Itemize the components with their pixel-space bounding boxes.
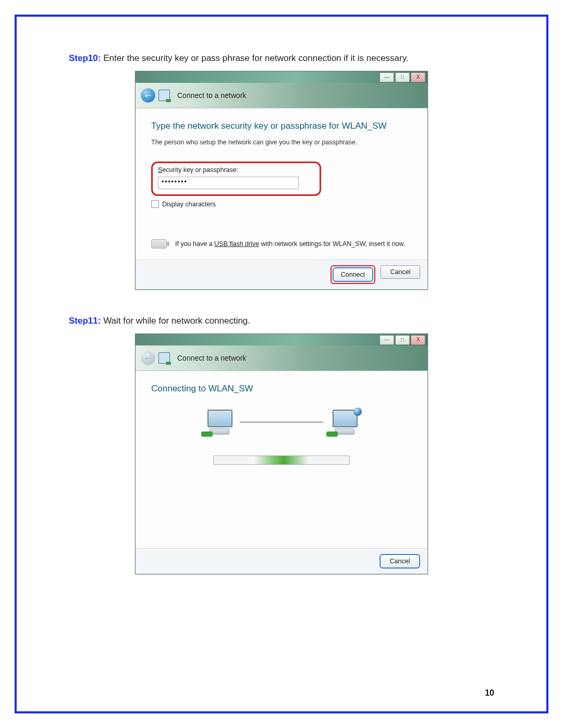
usb-flash-drive-link[interactable]: USB flash drive xyxy=(214,240,259,248)
document-page-frame: Step10: Enter the security key or pass p… xyxy=(15,15,548,713)
step10-caption: Step10: Enter the security key or pass p… xyxy=(69,53,494,64)
connecting-graphic xyxy=(151,410,412,435)
step11-label: Step11: xyxy=(69,316,101,326)
close-button[interactable]: X xyxy=(411,72,425,82)
local-pc-icon xyxy=(203,410,235,435)
network-icon xyxy=(158,352,170,364)
dialog1-body: Type the network security key or passphr… xyxy=(136,108,427,260)
dialog1-footer: Connect Cancel xyxy=(136,260,427,289)
dialog1-subtext: The person who setup the network can giv… xyxy=(151,139,412,146)
progress-bar xyxy=(213,455,350,465)
dialog2-footer: Cancel xyxy=(136,548,427,574)
dialog1-heading: Type the network security key or passphr… xyxy=(151,121,412,131)
connect-button[interactable]: Connect xyxy=(333,267,373,282)
dialog2-header: ← Connect to a network xyxy=(136,346,427,371)
dialog2-window: — □ X ← Connect to a network Connecting … xyxy=(135,334,428,574)
maximize-button[interactable]: □ xyxy=(395,72,410,82)
back-button-icon[interactable]: ← xyxy=(141,88,155,103)
step10-text: Enter the security key or pass phrase fo… xyxy=(103,53,409,63)
remote-pc-icon xyxy=(328,410,360,435)
progress-indicator-icon xyxy=(254,456,309,464)
close-button[interactable]: X xyxy=(411,335,425,345)
security-key-label: Security key or passphrase: xyxy=(158,166,314,174)
minimize-button[interactable]: — xyxy=(380,72,394,82)
usb-hint-text: If you have a USB flash drive with netwo… xyxy=(175,240,405,248)
dialog2-heading: Connecting to WLAN_SW xyxy=(151,384,412,394)
dialog1-window: — □ X ← Connect to a network Type the ne… xyxy=(135,71,428,290)
display-characters-label: Display characters xyxy=(162,201,216,208)
step10-label: Step10: xyxy=(69,53,101,63)
maximize-button[interactable]: □ xyxy=(395,335,410,345)
dialog1-header: ← Connect to a network xyxy=(136,83,427,108)
security-key-input[interactable]: •••••••• xyxy=(158,177,299,189)
step11-caption: Step11: Wait for while for network conne… xyxy=(69,316,494,326)
dialog1-header-title: Connect to a network xyxy=(177,91,246,100)
usb-hint-row: If you have a USB flash drive with netwo… xyxy=(151,239,412,249)
back-button-disabled-icon: ← xyxy=(141,351,155,365)
display-characters-checkbox[interactable] xyxy=(151,200,159,208)
dialog1-titlebar: — □ X xyxy=(136,71,427,83)
cancel-button[interactable]: Cancel xyxy=(381,265,420,279)
dialog2-header-title: Connect to a network xyxy=(177,354,246,362)
step11-text: Wait for while for network connecting. xyxy=(103,316,250,326)
security-key-highlight: Security key or passphrase: •••••••• xyxy=(151,162,321,196)
usb-drive-icon xyxy=(151,239,167,249)
page-number: 10 xyxy=(485,688,494,698)
dialog2-body: Connecting to WLAN_SW xyxy=(136,371,427,548)
connect-button-highlight: Connect xyxy=(331,265,375,284)
network-icon xyxy=(158,90,170,101)
globe-icon xyxy=(353,408,362,416)
connection-line-icon xyxy=(240,422,323,423)
cancel-button[interactable]: Cancel xyxy=(380,554,420,569)
minimize-button[interactable]: — xyxy=(380,335,394,345)
dialog2-titlebar: — □ X xyxy=(136,334,427,346)
display-characters-row: Display characters xyxy=(151,200,412,208)
